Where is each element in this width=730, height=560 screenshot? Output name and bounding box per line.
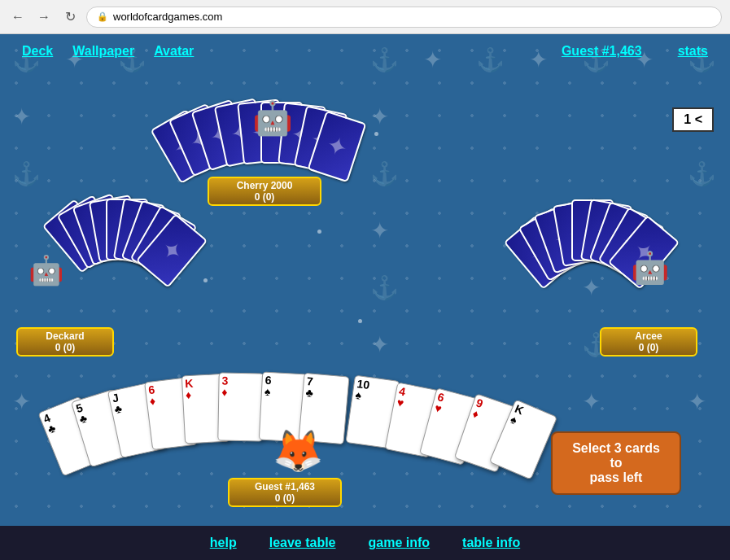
- left-round-score: (0): [63, 342, 76, 353]
- back-button[interactable]: ←: [8, 7, 28, 27]
- help-link[interactable]: help: [210, 536, 237, 550]
- deco-star-10: ✦: [370, 331, 389, 358]
- wallpaper-nav-link[interactable]: Wallpaper: [63, 41, 144, 62]
- top-score: 0: [255, 191, 260, 203]
- refresh-button[interactable]: ↻: [60, 7, 80, 27]
- dot-5: [358, 319, 362, 323]
- card-suit-8: ♣: [305, 387, 345, 401]
- top-player-badge: Cherry 2000 0 (0): [208, 177, 321, 206]
- guest-nav-link[interactable]: Guest #1,463: [552, 41, 652, 62]
- deco-anchor-7: ⚓: [12, 160, 41, 187]
- nav-right: Guest #1,463 stats: [552, 41, 718, 62]
- fox-mascot: 🦊: [273, 427, 323, 475]
- browser-chrome: ← → ↻ 🔒 worldofcardgames.com: [0, 0, 730, 34]
- pass-line2: pass left: [590, 470, 643, 484]
- url-text: worldofcardgames.com: [113, 11, 222, 23]
- hand-card-6[interactable]: 3 ♦: [217, 373, 264, 442]
- forward-button[interactable]: →: [34, 7, 54, 27]
- lock-icon: 🔒: [97, 11, 108, 22]
- card-rank-6: 3: [221, 375, 260, 387]
- right-round-score: (0): [647, 342, 659, 353]
- deco-star-8: ✦: [370, 217, 389, 244]
- bottom-player-scores: 0 (0): [236, 492, 334, 504]
- right-player-scores: 0 (0): [608, 342, 689, 353]
- left-score: 0: [55, 342, 61, 353]
- left-player-name: Deckard: [24, 330, 106, 342]
- right-score: 0: [639, 342, 645, 353]
- bottom-round-score: (0): [283, 492, 295, 504]
- dot-4: [203, 278, 208, 282]
- top-round-score: (0): [263, 191, 275, 203]
- card-suit-7: ♠: [264, 386, 304, 399]
- deco-star-6: ✦: [370, 103, 389, 130]
- top-player-name: Cherry 2000: [216, 180, 313, 191]
- dot-3: [317, 230, 321, 234]
- top-player-scores: 0 (0): [216, 191, 313, 203]
- bottom-nav: help leave table game info table info: [0, 526, 730, 560]
- leave-table-link[interactable]: leave table: [269, 536, 336, 550]
- bottom-player-badge: Guest #1,463 0 (0): [228, 478, 342, 507]
- top-avatar: 🤖: [252, 99, 293, 138]
- left-player-badge: Deckard 0 (0): [16, 327, 114, 357]
- right-avatar: 🤖: [631, 250, 669, 286]
- left-avatar: 🤖: [28, 254, 64, 287]
- top-nav: Deck Wallpaper Avatar Guest #1,463 stats: [0, 34, 730, 68]
- avatar-nav-link[interactable]: Avatar: [144, 41, 203, 62]
- right-player-badge: Arcee 0 (0): [600, 327, 697, 357]
- dot-1: [374, 132, 378, 136]
- right-player-name: Arcee: [608, 330, 689, 342]
- deco-anchor-10: ⚓: [370, 274, 399, 301]
- page-counter[interactable]: 1 <: [672, 107, 714, 132]
- stats-nav-link[interactable]: stats: [668, 41, 718, 62]
- bottom-player-name: Guest #1,463: [236, 481, 334, 492]
- game-info-link[interactable]: game info: [369, 536, 431, 550]
- deco-star-11: ✦: [12, 388, 31, 415]
- pass-line1: Select 3 cards to: [572, 441, 660, 470]
- address-bar[interactable]: 🔒 worldofcardgames.com: [86, 7, 722, 28]
- game-area: ⚓ ✦ ⚓ ⚓ ✦ ⚓ ✦ ⚓ ✦ ⚓ ✦ ✦ ✦ ⚓ ⚓ ⚓ ✦ ✦ ⚓ ✦ …: [0, 34, 730, 560]
- bottom-score: 0: [275, 492, 281, 504]
- pass-tooltip: Select 3 cards to pass left: [551, 431, 681, 495]
- deco-anchor-9: ⚓: [688, 160, 716, 187]
- deco-anchor-8: ⚓: [370, 160, 399, 187]
- left-player-scores: 0 (0): [24, 342, 106, 353]
- table-info-link[interactable]: table info: [462, 536, 520, 550]
- deck-nav-link[interactable]: Deck: [12, 41, 63, 62]
- card-suit-6: ♦: [221, 387, 260, 399]
- deco-star-5: ✦: [12, 103, 31, 130]
